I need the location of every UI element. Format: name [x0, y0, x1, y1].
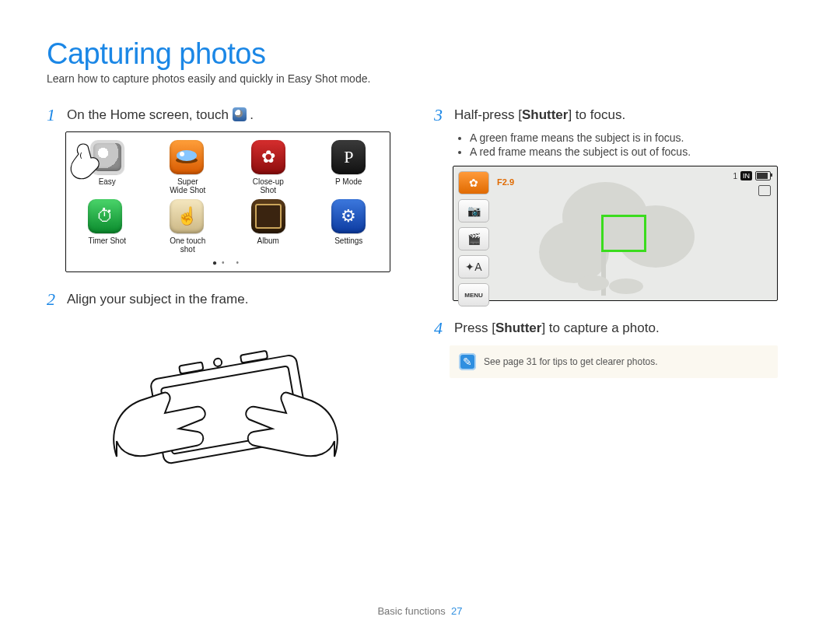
easy-icon	[90, 140, 124, 174]
step-number: 4	[434, 318, 446, 338]
home-screen-panel: EasySuper Wide Shot✿Close-up ShotPP Mode…	[65, 131, 390, 272]
page-number: 27	[451, 605, 462, 617]
auto-flash-icon[interactable]: ✦A	[458, 255, 489, 278]
step-3-bullets: A green frame means the subject is in fo…	[457, 131, 793, 158]
page-footer: Basic functions 27	[0, 605, 840, 617]
menu-button[interactable]: MENU	[458, 283, 489, 306]
app-label: Timer Shot	[88, 236, 126, 254]
f-number: F2.9	[497, 177, 514, 187]
svg-point-1	[177, 150, 197, 161]
album-icon	[251, 199, 285, 233]
camera-lcd-preview: F2.9 1 IN ✿📷🎬✦AMENU	[453, 166, 778, 301]
app-label: Settings	[331, 236, 366, 254]
app-label: Super Wide Shot	[170, 177, 205, 194]
section-name: Basic functions	[377, 605, 445, 617]
home-app-album[interactable]: Album	[251, 199, 285, 254]
step-4: 4 Press [Shutter] to capture a photo.	[434, 318, 793, 338]
tip-note: ✎ See page 31 for tips to get clearer ph…	[450, 345, 778, 378]
svg-point-2	[180, 152, 184, 156]
photo-mode-icon[interactable]: 📷	[458, 199, 489, 222]
step-3: 3 Half-press [Shutter] to focus.	[434, 105, 793, 125]
home-app-easy[interactable]: Easy	[90, 140, 124, 194]
step-number: 2	[47, 289, 59, 310]
playback-icon	[758, 185, 771, 196]
macro-icon[interactable]: ✿	[458, 171, 489, 194]
tip-text: See page 31 for tips to get clearer phot…	[484, 356, 657, 367]
home-app-timer[interactable]: ⏱Timer Shot	[88, 199, 126, 254]
video-mode-icon[interactable]: 🎬	[458, 227, 489, 250]
home-app-p[interactable]: PP Mode	[331, 140, 366, 194]
shot-counter: 1	[733, 172, 737, 180]
status-bar: 1 IN	[733, 171, 771, 180]
intro-text: Learn how to capture photos easily and q…	[47, 72, 793, 85]
page-indicator: ●• •	[72, 258, 383, 267]
hands-holding-camera-illustration	[101, 324, 406, 491]
home-app-settings[interactable]: ⚙Settings	[331, 199, 366, 254]
page-title: Capturing photos	[47, 37, 793, 71]
step-1: 1 On the Home screen, touch .	[47, 105, 406, 125]
content-columns: 1 On the Home screen, touch . EasySuper …	[47, 99, 793, 491]
easy-mode-icon	[233, 107, 247, 121]
app-label: Close-up Shot	[251, 177, 285, 194]
bullet: A green frame means the subject is in fo…	[470, 131, 793, 144]
settings-icon: ⚙	[331, 199, 366, 233]
home-app-close-up[interactable]: ✿Close-up Shot	[251, 140, 285, 194]
super-icon	[170, 140, 204, 174]
step-text: On the Home screen, touch .	[67, 105, 254, 124]
p-icon: P	[331, 140, 366, 174]
app-label: Album	[251, 236, 285, 254]
left-column: 1 On the Home screen, touch . EasySuper …	[47, 99, 406, 491]
home-app-one[interactable]: ☝One touch shot	[170, 199, 205, 254]
step-text: Align your subject in the frame.	[67, 289, 248, 308]
app-label: P Mode	[331, 177, 366, 194]
svg-point-7	[213, 358, 222, 367]
bullet: A red frame means the subject is out of …	[470, 145, 793, 158]
step-2: 2 Align your subject in the frame.	[47, 289, 406, 310]
step-text: Half-press [Shutter] to focus.	[454, 105, 625, 124]
step-text: Press [Shutter] to capture a photo.	[454, 318, 660, 337]
step-number: 1	[47, 105, 59, 125]
home-app-super[interactable]: Super Wide Shot	[170, 140, 205, 194]
step-number: 3	[434, 105, 446, 125]
right-column: 3 Half-press [Shutter] to focus. A green…	[434, 99, 793, 491]
tip-icon: ✎	[459, 353, 476, 370]
app-label: Easy	[90, 177, 124, 194]
focus-frame	[601, 215, 646, 252]
app-label: One touch shot	[170, 236, 205, 254]
lcd-sidebar: ✿📷🎬✦AMENU	[458, 171, 489, 296]
battery-icon	[755, 171, 771, 180]
one-icon: ☝	[170, 199, 204, 233]
close-up-icon: ✿	[251, 140, 285, 174]
timer-icon: ⏱	[88, 199, 122, 233]
storage-chip: IN	[740, 171, 752, 180]
